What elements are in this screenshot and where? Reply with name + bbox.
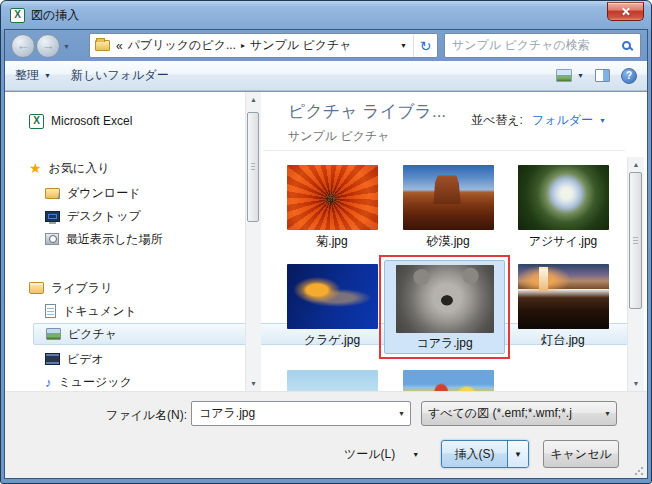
close-button[interactable] — [607, 2, 644, 21]
breadcrumb-parent[interactable]: パブリックのピク... — [128, 37, 236, 54]
thumbnail-chrysanthemum — [287, 165, 378, 230]
sidebar-item-label: ダウンロード — [67, 185, 140, 202]
dialog-body: Microsoft Excel お気に入り ダウンロード デスクトップ 最近表示… — [5, 92, 647, 391]
filetype-combobox[interactable]: すべての図 (*.emf;*.wmf;*.j ▼ — [421, 401, 617, 426]
organize-button[interactable]: 整理 ▼ — [15, 67, 51, 84]
file-name-label: 菊.jpg — [276, 233, 388, 250]
scroll-up-icon[interactable]: ▲ — [628, 157, 644, 172]
views-icon — [556, 69, 572, 82]
pictures-icon — [46, 328, 61, 340]
sort-caret-icon: ▼ — [599, 117, 606, 124]
sidebar-item-label: ライブラリ — [51, 280, 112, 297]
file-name-label: 砂漠.jpg — [392, 233, 504, 250]
scrollbar-thumb[interactable] — [247, 112, 259, 222]
tools-label: ツール(L) — [344, 446, 395, 463]
thumbnail-tulips — [403, 370, 494, 391]
file-list-panel: ピクチャ ライブラ... 並べ替え: フォルダー ▼ サンプル ピクチャ 菊.j… — [263, 92, 647, 391]
sort-label: 並べ替え: — [471, 112, 523, 129]
sidebar-item-label: ドキュメント — [63, 303, 137, 320]
file-item-kurage[interactable]: クラゲ.jpg — [276, 264, 388, 349]
excel-app-icon — [10, 8, 25, 23]
document-icon — [45, 304, 56, 318]
window-title: 図の挿入 — [31, 7, 79, 24]
scrollbar-thumb[interactable] — [629, 172, 642, 309]
thumbnail-desert — [403, 165, 494, 230]
file-name-label: 灯台.jpg — [507, 332, 619, 349]
insert-picture-dialog: 図の挿入 ← → ▼ « パブリックのピク... サンプル ピクチャ ▼ ↻ サ… — [0, 0, 652, 484]
insert-button[interactable]: 挿入(S) — [442, 441, 507, 467]
sidebar-item-label: お気に入り — [49, 160, 110, 177]
thumbnail-hydrangea — [518, 165, 609, 230]
file-item-sabaku[interactable]: 砂漠.jpg — [392, 165, 504, 250]
search-placeholder: サンプル ピクチャの検索 — [452, 37, 622, 54]
sidebar-item-label: デスクトップ — [67, 208, 141, 225]
desktop-icon — [45, 211, 60, 222]
sidebar-item-label: ミュージック — [59, 374, 132, 391]
filename-label: ファイル名(N): — [55, 407, 187, 424]
cancel-button[interactable]: キャンセル — [543, 440, 619, 468]
thumbnail-jellyfish — [287, 264, 378, 329]
file-item-penguins[interactable] — [276, 370, 388, 391]
thumbnail-lighthouse — [518, 264, 609, 329]
thumbnail-penguins — [287, 370, 378, 391]
forward-button[interactable]: → — [36, 34, 60, 58]
filename-combobox[interactable]: コアラ.jpg ▼ — [191, 401, 411, 426]
combo-dropdown-icon[interactable]: ▼ — [393, 410, 410, 417]
music-note-icon — [45, 376, 52, 389]
nav-history-chevron-icon[interactable]: ▼ — [63, 43, 70, 50]
views-button[interactable]: ▼ — [556, 69, 584, 82]
download-folder-icon — [45, 188, 60, 199]
organize-caret-icon: ▼ — [44, 72, 51, 79]
close-icon — [621, 7, 630, 16]
file-item-kiku[interactable]: 菊.jpg — [276, 165, 388, 250]
refresh-icon[interactable]: ↻ — [413, 34, 437, 57]
tools-dropdown[interactable]: ツール(L) ▼ — [344, 446, 419, 463]
preview-pane-icon[interactable] — [595, 69, 610, 82]
folder-icon — [95, 40, 110, 51]
new-folder-label: 新しいフォルダー — [71, 67, 169, 84]
excel-icon — [29, 114, 44, 129]
scroll-down-icon[interactable]: ▼ — [628, 376, 644, 391]
scroll-up-icon[interactable]: ▲ — [246, 92, 261, 107]
combo-dropdown-icon[interactable]: ▼ — [599, 410, 616, 417]
sort-value: フォルダー — [532, 112, 593, 129]
file-item-tulips[interactable] — [392, 370, 504, 391]
search-input[interactable]: サンプル ピクチャの検索 — [444, 33, 641, 58]
search-icon[interactable] — [622, 41, 631, 50]
insert-dropdown-icon[interactable]: ▼ — [507, 441, 528, 467]
library-subtitle: サンプル ピクチャ — [288, 128, 390, 145]
recent-places-icon — [45, 233, 59, 245]
file-list-scrollbar[interactable]: ▲ ▼ — [627, 157, 644, 391]
annotation-rectangle — [379, 255, 510, 359]
address-dropdown-icon[interactable]: ▼ — [394, 42, 413, 49]
file-item-toudai[interactable]: 灯台.jpg — [507, 264, 619, 349]
sort-by-dropdown[interactable]: フォルダー ▼ — [532, 112, 606, 129]
command-toolbar: 整理 ▼ 新しいフォルダー ▼ — [5, 61, 647, 91]
sidebar-item-label: 最近表示した場所 — [66, 231, 163, 248]
sidebar-scrollbar[interactable]: ▲ ▼ — [245, 92, 261, 391]
library-title: ピクチャ ライブラ... — [288, 100, 446, 123]
video-icon — [45, 353, 60, 365]
insert-split-button[interactable]: 挿入(S) ▼ — [441, 440, 529, 468]
breadcrumb-overflow[interactable]: « — [116, 39, 123, 53]
sort-row: 並べ替え: フォルダー ▼ — [471, 112, 606, 129]
sidebar-item-label: Microsoft Excel — [51, 114, 132, 128]
cancel-label: キャンセル — [550, 446, 611, 463]
help-icon[interactable] — [621, 68, 637, 84]
scroll-down-icon[interactable]: ▼ — [246, 376, 261, 391]
file-name-label: アジサイ.jpg — [507, 233, 619, 250]
sidebar-item-label: ビデオ — [67, 351, 104, 368]
file-name-label: クラゲ.jpg — [276, 332, 388, 349]
filetype-value: すべての図 (*.emf;*.wmf;*.j — [428, 405, 599, 422]
dialog-footer: ファイル名(N): コアラ.jpg ▼ すべての図 (*.emf;*.wmf;*… — [5, 391, 647, 478]
breadcrumb-current[interactable]: サンプル ピクチャ — [250, 37, 352, 54]
file-item-ajisai[interactable]: アジサイ.jpg — [507, 165, 619, 250]
header-divider — [263, 150, 625, 151]
back-button[interactable]: ← — [11, 34, 35, 58]
organize-label: 整理 — [15, 67, 39, 84]
star-icon — [29, 161, 42, 175]
address-bar[interactable]: « パブリックのピク... サンプル ピクチャ ▼ ↻ — [89, 33, 438, 58]
resize-grip[interactable] — [634, 466, 644, 476]
sidebar-item-label: ピクチャ — [68, 326, 117, 343]
new-folder-button[interactable]: 新しいフォルダー — [71, 67, 169, 84]
